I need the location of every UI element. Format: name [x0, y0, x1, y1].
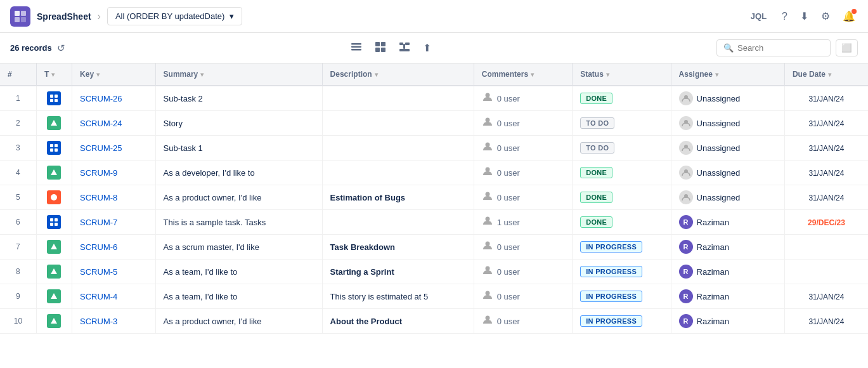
desc-cell [322, 161, 474, 185]
row-number: 8 [0, 260, 36, 284]
issues-table: # T▾ Key▾ Summary▾ Description▾ Commente… [0, 63, 868, 334]
svg-rect-10 [381, 48, 385, 52]
summary-cell: As a team, I'd like to [155, 284, 322, 309]
col-summary[interactable]: Summary▾ [155, 63, 322, 86]
assignee-cell: Unassigned [679, 91, 777, 105]
grid-view-button[interactable] [370, 37, 391, 59]
svg-point-44 [485, 266, 489, 271]
toolbar-center: ⬆ [346, 37, 436, 59]
table-row: 8 SCRUM-5 As a team, I'd like to Startin… [0, 260, 868, 284]
description-cell: Task Breakdown [330, 242, 395, 252]
list-view-button[interactable] [346, 37, 367, 59]
table-row: 7 SCRUM-6 As a scrum master, I'd like Ta… [0, 235, 868, 260]
col-description[interactable]: Description▾ [322, 63, 474, 86]
description-cell: This story is estimated at 5 [330, 292, 429, 301]
summary-cell: As a product owner, I'd like [155, 185, 322, 210]
assignee-col: Unassigned [671, 86, 784, 111]
svg-rect-14 [403, 44, 405, 49]
svg-rect-39 [55, 223, 58, 226]
refresh-button[interactable]: ↺ [57, 43, 65, 54]
svg-rect-18 [55, 99, 58, 102]
status-badge: IN PROGRESS [580, 241, 642, 253]
commenter-count: 0 user [497, 168, 520, 178]
commenter-count: 0 user [497, 292, 520, 301]
type-cell [36, 284, 72, 309]
svg-rect-15 [50, 95, 53, 98]
due-date: 31/JAN/24 [808, 119, 844, 128]
table-header-row: # T▾ Key▾ Summary▾ Description▾ Commente… [0, 63, 868, 86]
col-assignee[interactable]: Assignee▾ [671, 63, 784, 86]
svg-rect-11 [399, 43, 403, 45]
status-badge: DONE [580, 167, 612, 178]
commenters-cell: 0 user [474, 136, 572, 161]
duedate-col [784, 235, 868, 260]
assignee-col: R Raziman [671, 284, 784, 309]
status-cell: DONE [573, 185, 671, 210]
settings-button[interactable]: ⚙ [819, 8, 832, 25]
issue-key-link[interactable]: SCRUM-6 [80, 242, 117, 252]
search-input[interactable] [737, 43, 824, 53]
duedate-col: 31/JAN/24 [784, 309, 868, 334]
assignee-col: Unassigned [671, 111, 784, 136]
key-cell: SCRUM-5 [72, 260, 156, 284]
issue-key-link[interactable]: SCRUM-26 [80, 94, 122, 103]
type-story-icon [47, 265, 61, 279]
type-cell [36, 260, 72, 284]
export-button[interactable]: ⬜ [836, 39, 858, 56]
issue-key-link[interactable]: SCRUM-24 [80, 119, 122, 128]
export-icon: ⬜ [841, 43, 852, 53]
svg-marker-21 [51, 120, 57, 126]
filter-dropdown[interactable]: All (ORDER BY updatedDate) ▾ [107, 7, 242, 25]
col-key[interactable]: Key▾ [72, 63, 156, 86]
duedate-col: 31/JAN/24 [784, 86, 868, 111]
issue-key-link[interactable]: SCRUM-25 [80, 143, 122, 153]
download-icon: ⬇ [800, 10, 808, 22]
svg-rect-6 [351, 49, 361, 51]
col-status[interactable]: Status▾ [573, 63, 671, 86]
description-cell: About the Product [330, 317, 402, 326]
description-cell: Estimation of Bugs [330, 193, 405, 202]
col-duedate[interactable]: Due Date▾ [784, 63, 868, 86]
svg-rect-13 [399, 49, 410, 51]
table-row: 9 SCRUM-4 As a team, I'd like to This st… [0, 284, 868, 309]
list-view-icon [351, 44, 362, 55]
col-commenters[interactable]: Commenters▾ [474, 63, 572, 86]
issue-key-link[interactable]: SCRUM-7 [80, 218, 117, 227]
type-story-icon [47, 116, 61, 130]
assignee-col: R Raziman [671, 210, 784, 235]
col-num[interactable]: # [0, 63, 36, 86]
sort-button[interactable]: ⬆ [418, 38, 436, 58]
issue-key-link[interactable]: SCRUM-3 [80, 317, 117, 326]
summary-cell: As a team, I'd like to [155, 260, 322, 284]
svg-rect-36 [50, 218, 53, 221]
issue-key-link[interactable]: SCRUM-5 [80, 267, 117, 277]
help-button[interactable]: ? [779, 8, 790, 25]
assignee-cell: R Raziman [679, 289, 777, 303]
issue-key-link[interactable]: SCRUM-9 [80, 168, 117, 178]
jql-button[interactable]: JQL [746, 9, 772, 23]
col-type[interactable]: T▾ [36, 63, 72, 86]
commenter-icon [482, 141, 493, 155]
status-badge: DONE [580, 192, 612, 203]
summary-cell: As a product owner, I'd like [155, 309, 322, 334]
download-button[interactable]: ⬇ [798, 8, 811, 25]
commenter-icon [482, 91, 493, 105]
issue-key-link[interactable]: SCRUM-4 [80, 292, 117, 301]
desc-cell: This story is estimated at 5 [322, 284, 474, 309]
row-number: 10 [0, 309, 36, 334]
svg-point-33 [51, 194, 57, 200]
svg-point-46 [485, 291, 489, 296]
commenter-icon [482, 116, 493, 130]
commenter-count: 0 user [497, 267, 520, 277]
assignee-cell: R Raziman [679, 240, 777, 254]
svg-point-34 [485, 192, 489, 197]
due-date: 31/JAN/24 [808, 144, 844, 153]
duedate-col: 31/JAN/24 [784, 161, 868, 185]
svg-rect-12 [405, 43, 410, 45]
issue-key-link[interactable]: SCRUM-8 [80, 193, 117, 202]
desc-cell: About the Product [322, 309, 474, 334]
gear-icon: ⚙ [821, 10, 830, 22]
notification-button[interactable]: 🔔 [840, 8, 858, 25]
breadcrumb-separator: › [98, 11, 101, 22]
hierarchy-view-button[interactable] [394, 37, 415, 59]
